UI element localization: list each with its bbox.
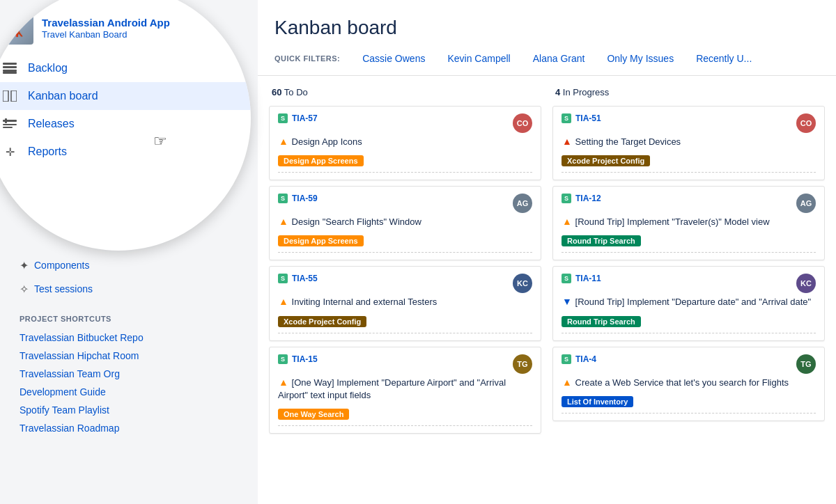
nav-item-kanban[interactable]: Kanban board: [0, 82, 251, 110]
svg-rect-9: [5, 118, 7, 123]
svg-rect-4: [3, 90, 8, 102]
card-tia-59-label[interactable]: Design App Screens: [278, 235, 364, 246]
shortcut-team[interactable]: Travelassian Team Org: [20, 365, 244, 383]
shortcut-spotify[interactable]: Spotify Team Playlist: [20, 401, 244, 419]
card-tia-59-header: S TIA-59 AG: [278, 194, 532, 213]
nav-label-kanban: Kanban board: [28, 90, 98, 102]
card-tia-59-title: ▲ Design "Search Flights" Window: [278, 216, 532, 228]
priority-high-icon-59: ▲: [278, 216, 289, 228]
priority-medium-icon-11: ▼: [562, 297, 573, 308]
shortcut-hipchat[interactable]: Travelassian Hipchat Room: [20, 347, 244, 365]
card-tia-15-label[interactable]: One Way Search: [278, 409, 349, 420]
sidebar-link-components[interactable]: Components: [34, 256, 89, 274]
card-tia-15-title: ▲ [One Way] Implement "Departure Airport…: [278, 377, 532, 402]
card-type-story-icon-55: S: [278, 274, 288, 283]
svg-rect-5: [11, 90, 17, 102]
card-tia-59: S TIA-59 AG ▲ Design "Search Flights" Wi…: [269, 186, 541, 260]
svg-rect-1: [3, 66, 17, 68]
testsessions-icon: ✧: [20, 283, 29, 296]
card-type-story-icon-11: S: [562, 274, 571, 283]
backlog-icon: [0, 61, 20, 75]
card-tia-59-avatar: AG: [513, 194, 532, 213]
filter-cassie-owens[interactable]: Cassie Owens: [351, 50, 436, 67]
card-tia-15-avatar: TG: [513, 354, 532, 374]
popup-header: 🗼 Travelassian Android App Travel Kanban…: [0, 0, 251, 52]
filter-only-my-issues[interactable]: Only My Issues: [596, 50, 685, 67]
svg-rect-8: [3, 127, 13, 128]
shortcut-bitbucket[interactable]: Travelassian Bitbucket Repo: [20, 329, 244, 347]
card-tia-4-avatar: TG: [796, 354, 816, 374]
filter-alana-grant[interactable]: Alana Grant: [522, 50, 596, 67]
shortcut-roadmap[interactable]: Travelassian Roadmap: [20, 419, 244, 437]
card-tia-12-label[interactable]: Round Trip Search: [562, 235, 641, 246]
sidebar: 🗼 Travelassian Android App Travel Kanban…: [0, 0, 258, 504]
card-tia-15-id[interactable]: TIA-15: [292, 354, 318, 364]
card-tia-4-header: S TIA-4 TG: [562, 354, 816, 374]
card-tia-12: S TIA-12 AG ▲ [Round Trip] Implement "Tr…: [552, 186, 825, 260]
card-tia-51-header: S TIA-51 CO: [562, 113, 816, 133]
column-todo: 60 To Do S TIA-57 CO ▲ Design App Icons: [269, 87, 541, 493]
card-tia-57-label[interactable]: Design App Screens: [278, 155, 364, 166]
card-type-story-icon-15: S: [278, 354, 288, 364]
card-tia-11-id[interactable]: TIA-11: [575, 274, 601, 283]
orange-badge: ⇄: [222, 20, 237, 36]
card-tia-11-avatar: KC: [796, 274, 816, 293]
releases-icon: [0, 117, 20, 131]
card-tia-4: S TIA-4 TG ▲ Create a Web Service that l…: [552, 347, 825, 421]
shortcut-dev-guide[interactable]: Development Guide: [20, 383, 244, 401]
column-inprogress: 4 In Progress S TIA-51 CO ▲ Setting the …: [552, 87, 825, 493]
svg-rect-2: [3, 70, 17, 72]
nav-item-reports[interactable]: ✛ Reports: [0, 138, 251, 166]
page-title: Kanban board: [274, 17, 819, 39]
card-tia-51-id[interactable]: TIA-51: [575, 113, 601, 123]
card-tia-55-avatar: KC: [513, 274, 532, 293]
card-tia-59-id[interactable]: TIA-59: [292, 194, 318, 203]
svg-rect-3: [3, 72, 17, 74]
card-tia-12-header: S TIA-12 AG: [562, 194, 816, 213]
project-name: Travelassian Android App: [42, 16, 170, 30]
priority-high-icon-55: ▲: [278, 297, 289, 308]
column-inprogress-count: 4: [555, 87, 560, 97]
card-tia-4-id[interactable]: TIA-4: [575, 354, 596, 364]
card-tia-51-title: ▲ Setting the Target Devices: [562, 136, 816, 148]
card-tia-55-title: ▲ Inviting Internal and external Testers: [278, 296, 532, 308]
column-todo-header: 60 To Do: [269, 87, 541, 97]
card-tia-51-avatar: CO: [796, 113, 816, 133]
components-icon: ✦: [20, 259, 29, 272]
nav-item-releases[interactable]: Releases: [0, 110, 251, 138]
card-tia-57-avatar: CO: [513, 113, 532, 133]
priority-high-icon-15: ▲: [278, 377, 289, 388]
main-content: Kanban board QUICK FILTERS: Cassie Owens…: [258, 0, 836, 504]
card-tia-55-id[interactable]: TIA-55: [292, 274, 318, 283]
sidebar-link-testsessions[interactable]: Test sessions: [34, 280, 93, 298]
filter-recently-updated[interactable]: Recently U...: [685, 50, 763, 67]
card-tia-12-title: ▲ [Round Trip] Implement "Traveler(s)" M…: [562, 216, 816, 228]
card-type-story-icon-51: S: [562, 113, 571, 123]
project-logo: 🗼: [0, 11, 33, 45]
main-header: Kanban board QUICK FILTERS: Cassie Owens…: [258, 0, 836, 76]
card-tia-51-label[interactable]: Xcode Project Config: [562, 155, 650, 166]
card-tia-4-label[interactable]: List Of Inventory: [562, 396, 633, 407]
card-tia-51: S TIA-51 CO ▲ Setting the Target Devices…: [552, 106, 825, 180]
card-type-story-icon: S: [278, 113, 288, 123]
card-tia-55-header: S TIA-55 KC: [278, 274, 532, 293]
card-tia-12-id[interactable]: TIA-12: [575, 194, 601, 203]
card-tia-11-label[interactable]: Round Trip Search: [562, 316, 641, 327]
column-inprogress-header: 4 In Progress: [552, 87, 825, 97]
card-tia-55: S TIA-55 KC ▲ Inviting Internal and exte…: [269, 266, 541, 340]
nav-item-backlog[interactable]: Backlog: [0, 54, 251, 82]
filter-kevin-campell[interactable]: Kevin Campell: [436, 50, 521, 67]
card-tia-57-id-row: S TIA-57: [278, 113, 318, 123]
priority-high-icon: ▲: [278, 136, 289, 148]
card-tia-4-id-row: S TIA-4: [562, 354, 596, 364]
popup-nav: Backlog Kanban board: [0, 52, 251, 168]
card-tia-55-label[interactable]: Xcode Project Config: [278, 316, 366, 327]
quick-filters-label: QUICK FILTERS:: [274, 54, 340, 63]
reports-icon: ✛: [0, 145, 20, 159]
card-type-story-icon-12: S: [562, 194, 571, 203]
logo-image: 🗼: [0, 11, 33, 45]
card-tia-11-header: S TIA-11 KC: [562, 274, 816, 293]
card-tia-57-id[interactable]: TIA-57: [292, 113, 318, 123]
svg-rect-0: [3, 63, 17, 65]
nav-label-backlog: Backlog: [28, 62, 68, 74]
